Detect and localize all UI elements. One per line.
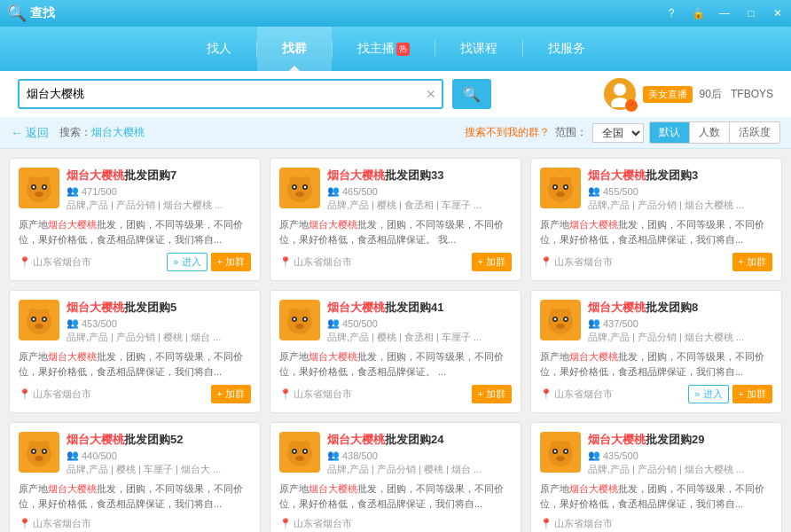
members-count: 465/500 — [342, 186, 378, 197]
location-text: 山东省烟台市 — [33, 387, 91, 401]
nav-find-group-label: 找群 — [282, 41, 307, 57]
members-count: 455/500 — [603, 186, 638, 197]
card-desc: 原产地烟台大樱桃批发，团购，不同等级果，不同价位，果好价格低，食丞相品牌保证，我… — [540, 349, 772, 379]
join-button[interactable]: 加群 — [472, 385, 512, 403]
location-badge-icon: 📍 — [625, 99, 638, 112]
card-tags: 品牌,产品 | 樱桃 | 车厘子 | 烟台大 ... — [67, 463, 251, 476]
nav-find-person[interactable]: 找人 — [182, 27, 256, 71]
group-avatar — [279, 300, 320, 340]
card-footer: 📍 山东省烟台市 — [279, 517, 512, 530]
card-members: 👥 440/500 — [67, 450, 251, 461]
filter-area: 搜索不到我的群？ 范围： 全国 默认 人数 活跃度 — [465, 121, 780, 144]
card-title: 烟台大樱桃批发团购3 — [588, 168, 772, 184]
card-header: 烟台大樱桃批发团购3 👥 455/500 品牌,产品 | 产品分销 | 烟台大樱… — [540, 168, 772, 212]
members-count: 435/500 — [603, 450, 638, 461]
no-group-link[interactable]: 搜索不到我的群？ — [465, 125, 550, 140]
nav-find-anchor[interactable]: 找主播 热 — [333, 27, 435, 71]
svg-point-8 — [35, 192, 43, 197]
close-button[interactable]: ✕ — [764, 0, 791, 27]
window-controls: ? 🔒 — □ ✕ — [658, 0, 791, 27]
search-input[interactable] — [20, 88, 420, 101]
enter-button[interactable]: 进入 — [167, 253, 207, 271]
members-count: 450/500 — [342, 318, 378, 329]
location-icon: 📍 — [279, 518, 292, 529]
group-avatar — [19, 432, 59, 473]
svg-point-80 — [556, 456, 565, 461]
card-location: 📍 山东省烟台市 — [279, 517, 352, 530]
result-bar: ← 返回 搜索：烟台大樱桃 搜索不到我的群？ 范围： 全国 默认 人数 活跃度 — [0, 117, 791, 149]
card-header: 烟台大樱桃批发团购5 👥 453/500 品牌,产品 | 产品分销 | 樱桃 |… — [19, 300, 251, 344]
card-title: 烟台大樱桃批发团购5 — [67, 300, 251, 316]
card-members: 👥 455/500 — [588, 185, 772, 197]
location-icon: 📍 — [19, 256, 31, 268]
minimize-button[interactable]: — — [711, 0, 738, 27]
svg-point-19 — [304, 186, 306, 188]
card-info: 烟台大樱桃批发团购8 👥 437/500 品牌,产品 | 产品分销 | 烟台大樱… — [588, 300, 772, 344]
join-button[interactable]: 加群 — [732, 385, 772, 403]
back-button[interactable]: ← 返回 — [11, 125, 49, 141]
svg-point-55 — [565, 318, 567, 320]
svg-point-45 — [294, 318, 295, 320]
join-button[interactable]: 加群 — [732, 253, 772, 271]
card-desc: 原产地烟台大樱桃批发，团购，不同等级果，不同价位，果好价格低，食丞相品牌保证。 … — [279, 349, 512, 379]
card-title: 烟台大樱桃批发团购29 — [588, 432, 772, 448]
sort-tab-default[interactable]: 默认 — [650, 122, 690, 143]
card-title: 烟台大樱桃批发团购41 — [327, 300, 512, 316]
card-footer: 📍 山东省烟台市 — [540, 517, 772, 530]
group-card: 烟台大樱桃批发团购3 👥 455/500 品牌,产品 | 产品分销 | 烟台大樱… — [530, 158, 782, 281]
join-button[interactable]: 加群 — [211, 385, 251, 403]
location-icon: 📍 — [19, 518, 31, 529]
svg-point-35 — [35, 324, 43, 329]
card-members: 👥 465/500 — [327, 185, 512, 197]
result-text: 搜索：烟台大樱桃 — [59, 125, 145, 140]
join-button[interactable]: 加群 — [211, 253, 251, 271]
nav-find-service[interactable]: 找服务 — [523, 27, 610, 71]
svg-point-36 — [33, 318, 35, 320]
sort-tabs: 默认 人数 活跃度 — [649, 121, 780, 144]
sort-tab-activity[interactable]: 活跃度 — [730, 122, 779, 143]
help-button[interactable]: ? — [658, 0, 685, 27]
card-location: 📍 山东省烟台市 — [279, 255, 352, 269]
nav-find-group[interactable]: 找群 — [257, 27, 332, 71]
nav-find-course[interactable]: 找课程 — [435, 27, 522, 71]
group-card: 烟台大樱桃批发团购7 👥 471/500 品牌,产品 | 产品分销 | 烟台大樱… — [9, 158, 261, 281]
svg-point-27 — [554, 186, 556, 188]
lock-button[interactable]: 🔒 — [685, 0, 711, 27]
card-tags: 品牌,产品 | 樱桃 | 食丞相 | 车厘子 ... — [327, 331, 512, 344]
card-desc: 原产地烟台大樱桃批发，团购，不同等级果，不同价位，果好价格低，食丞相品牌保证，我… — [279, 481, 512, 512]
group-card: 烟台大樱桃批发团购8 👥 437/500 品牌,产品 | 产品分销 | 烟台大樱… — [530, 290, 782, 413]
card-actions: 进入加群 — [688, 385, 772, 403]
sort-tab-members[interactable]: 人数 — [690, 122, 730, 143]
enter-button[interactable]: 进入 — [688, 385, 728, 403]
logo-icon: 🔍 — [7, 4, 27, 23]
card-location: 📍 山东省烟台市 — [540, 255, 613, 269]
maximize-button[interactable]: □ — [738, 0, 764, 27]
nav-find-course-label: 找课程 — [460, 41, 497, 57]
svg-point-10 — [43, 186, 45, 188]
card-tags: 品牌,产品 | 樱桃 | 食丞相 | 车厘子 ... — [327, 199, 512, 212]
group-card: 烟台大樱桃批发团购33 👥 465/500 品牌,产品 | 樱桃 | 食丞相 |… — [270, 158, 521, 281]
card-info: 烟台大樱桃批发团购24 👥 438/500 品牌,产品 | 产品分销 | 樱桃 … — [327, 432, 512, 476]
search-button[interactable]: 🔍 — [452, 79, 491, 109]
card-title: 烟台大樱桃批发团购52 — [67, 432, 251, 448]
nav-find-person-label: 找人 — [207, 41, 231, 57]
svg-point-28 — [565, 186, 567, 188]
location-text: 山东省烟台市 — [33, 255, 91, 269]
svg-point-82 — [565, 450, 567, 452]
card-actions: 进入加群 — [167, 253, 251, 271]
range-select[interactable]: 全国 — [592, 123, 644, 143]
card-location: 📍 山东省烟台市 — [279, 387, 352, 401]
card-title: 烟台大樱桃批发团购24 — [327, 432, 512, 448]
svg-point-59 — [27, 442, 51, 466]
card-location: 📍 山东省烟台市 — [19, 387, 91, 401]
card-footer: 📍 山东省烟台市 — [19, 517, 251, 530]
card-members: 👥 450/500 — [327, 317, 512, 329]
svg-point-41 — [287, 309, 312, 334]
join-button[interactable]: 加群 — [472, 253, 512, 271]
svg-point-46 — [304, 318, 306, 320]
svg-point-81 — [554, 450, 556, 452]
search-clear-icon[interactable]: ✕ — [420, 87, 442, 101]
card-tags: 品牌,产品 | 产品分销 | 烟台大樱桃 ... — [588, 331, 772, 344]
location-icon: 📍 — [540, 256, 552, 268]
card-header: 烟台大樱桃批发团购24 👥 438/500 品牌,产品 | 产品分销 | 樱桃 … — [279, 432, 512, 476]
